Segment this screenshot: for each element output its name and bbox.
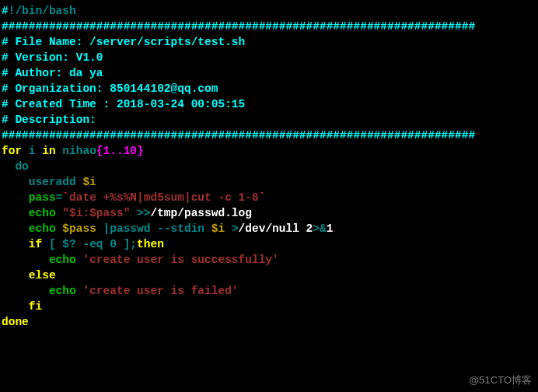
do-line: do [2, 159, 536, 174]
shebang-path: !/bin/bash [9, 5, 76, 17]
shebang-line: #!/bin/bash [2, 3, 536, 19]
header-created: # Created Time : 2018-03-24 00:05:15 [2, 96, 536, 112]
header-org: # Organization: 850144102@qq.com [2, 81, 536, 96]
code-block: #!/bin/bash ############################… [2, 3, 536, 330]
header-author: # Author: da ya [2, 65, 536, 81]
echo2-cmd: echo [2, 222, 56, 235]
done-line: done [2, 314, 536, 330]
echo-fail-line: echo 'create user is failed' [2, 283, 536, 299]
in-keyword: in [42, 145, 55, 157]
pass-line: pass=`date +%s%N|md5sum|cut -c 1-8` [2, 190, 536, 205]
echo2-amp: >& [313, 222, 326, 235]
echo1-str: "$i:$pass" [56, 207, 137, 219]
useradd-cmd: useradd [2, 176, 82, 188]
echo2-arg: $i [211, 222, 232, 235]
echo2-line: echo $pass |passwd --stdin $i >/dev/null… [2, 221, 536, 236]
echo2-devnull: /dev/null [239, 222, 306, 235]
ruler-bottom: ########################################… [2, 128, 536, 143]
header-file: # File Name: /server/scripts/test.sh [2, 34, 536, 50]
hash: # [2, 5, 9, 17]
echo-fail-cmd: echo [2, 285, 82, 297]
echo2-one: 1 [327, 222, 334, 235]
echo-ok-cmd: echo [2, 254, 82, 266]
for-var: i [22, 145, 42, 157]
echo1-redir: >> [137, 207, 150, 219]
btick-close: ` [259, 191, 266, 204]
else-line: else [2, 268, 536, 283]
header-version: # Version: V1.0 [2, 50, 536, 65]
echo-ok-line: echo 'create user is successfully' [2, 252, 536, 268]
useradd-line: useradd $i [2, 174, 536, 190]
watermark: @51CTO博客 [469, 373, 532, 387]
btick-open: ` [62, 191, 69, 204]
echo2-redir: > [232, 222, 239, 235]
echo2-var: $pass [56, 222, 103, 235]
brace-range: {1..10} [96, 145, 144, 157]
then-keyword: then [137, 238, 164, 250]
fi-line: fi [2, 299, 536, 314]
echo1-line: echo "$i:$pass" >>/tmp/passwd.log [2, 205, 536, 221]
date-cmd: date +%s%N|md5sum|cut -c 1-8 [69, 191, 259, 204]
for-line: for i in nihao{1..10} [2, 143, 536, 159]
if-test: [ $? -eq 0 ]; [42, 238, 137, 250]
echo-ok-str: 'create user is successfully' [82, 254, 278, 266]
seq-prefix: nihao [56, 145, 96, 157]
if-line: if [ $? -eq 0 ];then [2, 236, 536, 252]
echo1-path: /tmp/passwd.log [150, 207, 252, 219]
echo2-pipe: |passwd --stdin [103, 222, 211, 235]
header-desc: # Description: [2, 112, 536, 128]
for-keyword: for [2, 145, 22, 157]
echo2-two: 2 [306, 222, 313, 235]
if-keyword: if [2, 238, 42, 250]
pass-var: pass [2, 191, 56, 204]
echo1-cmd: echo [2, 207, 56, 219]
echo-fail-str: 'create user is failed' [82, 285, 238, 297]
useradd-arg: $i [82, 176, 96, 188]
ruler-top: ########################################… [2, 19, 536, 34]
